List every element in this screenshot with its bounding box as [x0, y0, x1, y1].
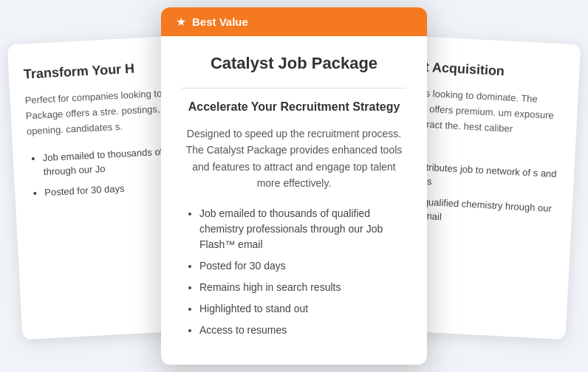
center-card-description: Designed to speed up the recruitment pro…: [182, 125, 406, 192]
center-card-header: ★ Best Value: [161, 7, 427, 36]
center-card: ★ Best Value Catalyst Job Package Accele…: [161, 7, 427, 365]
center-card-features-list: Job emailed to thousands of qualified ch…: [182, 206, 406, 338]
feature-item-5: Access to resumes: [199, 323, 406, 338]
center-card-subtitle: Accelerate Your Recruitment Strategy: [182, 100, 406, 114]
divider: [182, 88, 406, 89]
best-value-badge: Best Value: [192, 16, 248, 28]
center-card-title: Catalyst Job Package: [182, 54, 406, 73]
feature-item-1: Job emailed to thousands of qualified ch…: [199, 206, 406, 252]
center-card-body: Catalyst Job Package Accelerate Your Rec…: [161, 36, 427, 365]
feature-item-2: Posted for 30 days: [199, 258, 406, 274]
cards-container: Transform Your H Perfect for companies l…: [0, 0, 588, 372]
feature-item-4: Highlighted to stand out: [199, 301, 406, 317]
feature-item-3: Remains high in search results: [199, 280, 406, 295]
star-icon: ★: [176, 15, 186, 29]
